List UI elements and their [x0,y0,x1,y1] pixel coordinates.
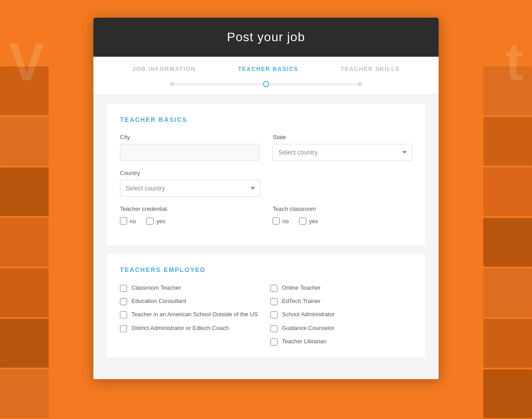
credential-yes-label[interactable]: yes [156,218,165,225]
district-administrator-label[interactable]: District Administrator or Edtech Coach [131,324,229,332]
city-group: City [120,134,259,161]
classroom-yes-label[interactable]: yes [309,218,318,225]
teacher-basics-title: TEACHER BASICS [120,116,412,123]
list-item: District Administrator or Edtech Coach [120,324,262,332]
country-select-wrapper: Select country United States Canada Unit… [120,180,260,197]
classroom-no-checkbox[interactable] [273,217,280,225]
state-group: State Select country United States Canad… [273,134,412,161]
credential-group: Teacher credential no yes [120,206,259,225]
credential-classroom-row: Teacher credential no yes Teach classroo [120,206,412,225]
classroom-teacher-label[interactable]: Classroom Teacher [131,284,181,292]
list-item: Online Teacher [270,284,412,292]
progress-dot-3 [358,82,362,86]
tab-teacher-basics[interactable]: TEACHER BASICS [238,66,299,77]
list-item: EdTech Trainer [270,297,412,305]
city-state-row: City State Select country United States … [120,134,412,161]
american-school-label[interactable]: Teacher in an American School Outside of… [131,310,258,318]
modal-header: Post your job [93,18,439,57]
classroom-no-label[interactable]: no [282,218,289,225]
modal-title: Post your job [102,30,430,44]
american-school-checkbox[interactable] [120,311,127,318]
progress-line-2 [269,84,358,85]
tabs-progress [93,77,439,94]
credential-no-label[interactable]: no [130,218,136,225]
state-label: State [273,134,412,140]
credential-yes-item: yes [146,217,165,225]
teacher-librarian-checkbox[interactable] [270,338,278,345]
classroom-no-item: no [273,217,289,225]
credential-no-item: no [120,217,136,225]
state-select-wrapper: Select country United States Canada Unit… [273,144,412,161]
edtech-trainer-checkbox[interactable] [270,298,278,305]
classroom-yes-checkbox[interactable] [299,217,306,225]
list-item [120,338,262,345]
country-label: Country [120,170,260,176]
progress-dot-2 [263,81,269,87]
list-item: Teacher in an American School Outside of… [120,310,262,318]
classroom-yes-item: yes [299,217,318,225]
country-row: Country Select country United States Can… [120,170,412,197]
credential-label: Teacher credential [120,206,259,212]
credential-no-checkbox[interactable] [120,217,127,225]
state-select[interactable]: Select country United States Canada Unit… [273,144,412,161]
classroom-checkboxes: no yes [273,217,412,225]
guidance-counselor-label[interactable]: Guidance Counselor [282,324,335,332]
teacher-basics-card: TEACHER BASICS City State Select country… [107,104,425,246]
modal: Post your job JOB INFORMATION TEACHER BA… [93,18,439,379]
edtech-trainer-label[interactable]: EdTech Trainer [282,297,320,305]
school-administrator-label[interactable]: School Administrator [282,310,335,318]
tabs-labels: JOB INFORMATION TEACHER BASICS TEACHER S… [93,66,439,77]
modal-body: TEACHER BASICS City State Select country… [93,95,439,379]
country-group: Country Select country United States Can… [120,170,260,197]
guidance-counselor-checkbox[interactable] [270,325,278,332]
district-administrator-checkbox[interactable] [120,325,127,332]
tab-job-information[interactable]: JOB INFORMATION [132,66,196,77]
list-item: Classroom Teacher [120,284,262,292]
city-input[interactable] [120,144,259,161]
education-consultant-label[interactable]: Education Consultant [131,297,186,305]
online-teacher-label[interactable]: Online Teacher [282,284,320,292]
school-administrator-checkbox[interactable] [270,311,278,318]
classroom-label: Teach classroom [273,206,412,212]
progress-dot-1 [170,82,174,86]
credential-checkboxes: no yes [120,217,259,225]
country-select[interactable]: Select country United States Canada Unit… [120,180,260,197]
progress-line-1 [174,84,263,85]
list-item: Teacher Librarian [270,338,412,345]
classroom-teacher-checkbox[interactable] [120,285,127,292]
list-item: Education Consultant [120,297,262,305]
credential-yes-checkbox[interactable] [146,217,154,225]
classroom-group: Teach classroom no yes [273,206,412,225]
list-item: Guidance Counselor [270,324,412,332]
online-teacher-checkbox[interactable] [270,285,278,292]
education-consultant-checkbox[interactable] [120,298,127,305]
tabs-nav: JOB INFORMATION TEACHER BASICS TEACHER S… [93,57,439,95]
list-item: School Administrator [270,310,412,318]
teachers-grid: Classroom Teacher Online Teacher Educati… [120,284,412,345]
city-label: City [120,134,259,140]
teachers-employed-title: TEACHERS EMPLOYED [120,266,412,273]
tab-teacher-skills[interactable]: TEACHER SKILLS [341,66,400,77]
teacher-librarian-label[interactable]: Teacher Librarian [282,338,326,345]
teachers-employed-card: TEACHERS EMPLOYED Classroom Teacher Onli… [107,254,425,358]
